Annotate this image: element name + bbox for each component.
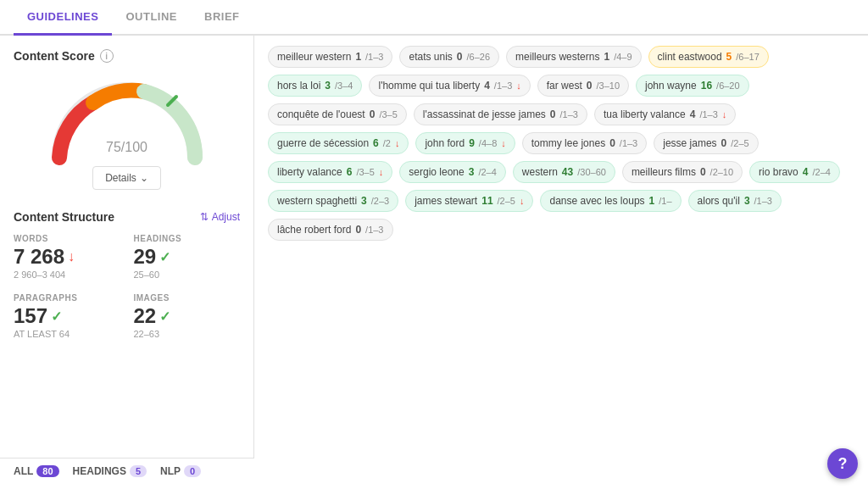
keyword-tag[interactable]: tua liberty valance4/1–3↓ (594, 103, 736, 125)
keyword-range: /2–4 (478, 167, 496, 177)
keyword-tag[interactable]: alors qu'il3/1–3 (688, 190, 782, 212)
keyword-text: john wayne (645, 80, 697, 92)
keyword-text: john ford (425, 137, 465, 149)
keyword-text: clint eastwood (658, 51, 722, 63)
keyword-range: /1– (659, 196, 671, 206)
keyword-tag[interactable]: guerre de sécession6/2↓ (268, 132, 409, 154)
keyword-score: 4 (690, 108, 696, 120)
keyword-tag[interactable]: meilleurs films0/2–10 (622, 161, 743, 183)
keyword-range: /3–10 (596, 81, 620, 91)
words-warn-icon: ↓ (68, 249, 75, 264)
left-panel: Content Score i (0, 36, 254, 484)
keyword-score: 1 (355, 51, 361, 63)
filter-headings[interactable]: HEADINGS 5 (73, 465, 147, 477)
gauge-wrapper: 75/100 (42, 73, 212, 166)
keyword-text: hors la loi (277, 80, 320, 92)
keyword-text: tommy lee jones (531, 137, 605, 149)
tab-outline[interactable]: OUTLINE (112, 0, 191, 34)
keyword-text: etats unis (409, 51, 452, 63)
keyword-down-arrow-icon: ↓ (379, 167, 384, 177)
headings-check-icon: ✓ (159, 249, 170, 265)
adjust-button[interactable]: ⇅ Adjust (200, 211, 240, 223)
keyword-text: meilleurs films (632, 166, 696, 178)
keyword-tag[interactable]: l'homme qui tua liberty4/1–3↓ (369, 75, 530, 97)
keyword-tag[interactable]: western43/30–60 (513, 161, 615, 183)
keyword-tag[interactable]: far west0/3–10 (537, 75, 629, 97)
keyword-tag[interactable]: lâche robert ford0/1–3 (268, 219, 393, 241)
keyword-tag[interactable]: conquête de l'ouest0/3–5 (268, 103, 407, 125)
keyword-score: 43 (562, 166, 573, 178)
keyword-tag[interactable]: john wayne16/6–20 (636, 75, 749, 97)
gauge-container: 75/100 Details ⌄ (14, 73, 240, 203)
keyword-score: 0 (550, 108, 556, 120)
keyword-range: /1–3 (365, 225, 383, 235)
keyword-tag[interactable]: james stewart11/2–5↓ (405, 190, 533, 212)
details-button[interactable]: Details ⌄ (92, 166, 161, 190)
all-count: 80 (36, 465, 58, 477)
keyword-text: l'assassinat de jesse james (423, 108, 546, 120)
metric-words: WORDS 7 268 ↓ 2 960–3 404 (14, 234, 120, 280)
keyword-range: /1–3 (620, 138, 637, 148)
keyword-text: sergio leone (409, 166, 464, 178)
keyword-text: jesse james (663, 137, 716, 149)
words-label: WORDS (14, 234, 120, 243)
sliders-icon: ⇅ (200, 211, 209, 223)
images-range: 22–63 (134, 329, 241, 339)
keyword-range: /2 (383, 138, 391, 148)
main-content: Content Score i (0, 36, 868, 484)
keyword-down-arrow-icon: ↓ (520, 196, 525, 206)
filter-nlp[interactable]: NLP 0 (160, 465, 201, 477)
top-tab-bar: GUIDELINES OUTLINE BRIEF (0, 0, 868, 36)
tab-guidelines[interactable]: GUIDELINES (14, 0, 112, 36)
words-value: 7 268 ↓ (14, 245, 120, 269)
gauge-score: 75/100 (106, 124, 147, 159)
keyword-tag[interactable]: etats unis0/6–26 (399, 46, 499, 68)
keyword-tag[interactable]: meilleurs westerns1/4–9 (506, 46, 641, 68)
keyword-score: 0 (609, 137, 615, 149)
keyword-score: 11 (481, 195, 492, 207)
help-button[interactable]: ? (827, 448, 858, 479)
paragraphs-check-icon: ✓ (51, 308, 62, 325)
keyword-tag[interactable]: sergio leone3/2–4 (399, 161, 506, 183)
keyword-range: /4–8 (479, 138, 497, 148)
keyword-range: /1–3 (754, 196, 772, 206)
keyword-tag[interactable]: liberty valance6/3–5↓ (268, 161, 392, 183)
keyword-range: /6–17 (736, 52, 760, 62)
keyword-tag[interactable]: hors la loi3/3–4 (268, 75, 362, 97)
keyword-text: western spaghetti (277, 195, 357, 207)
keyword-score: 0 (457, 51, 463, 63)
keyword-range: /2–5 (731, 138, 748, 148)
keyword-tag[interactable]: rio bravo4/2–4 (749, 161, 840, 183)
keyword-text: western (522, 166, 558, 178)
keyword-tag[interactable]: clint eastwood5/6–17 (648, 46, 769, 68)
content-structure-title: Content Structure (14, 210, 114, 224)
keyword-tag[interactable]: meilleur western1/1–3 (268, 46, 392, 68)
keyword-tag[interactable]: tommy lee jones0/1–3 (522, 132, 647, 154)
keyword-down-arrow-icon: ↓ (395, 138, 400, 148)
headings-count: 5 (130, 465, 147, 477)
keyword-score: 0 (721, 137, 727, 149)
filter-all[interactable]: ALL 80 (14, 465, 59, 477)
keyword-tag[interactable]: jesse james0/2–5 (654, 132, 758, 154)
keyword-text: conquête de l'ouest (277, 108, 365, 120)
content-score-title: Content Score i (14, 49, 240, 63)
keyword-range: /2–4 (812, 167, 830, 177)
keyword-tag[interactable]: john ford9/4–8↓ (415, 132, 515, 154)
keyword-range: /2–10 (710, 167, 734, 177)
keyword-text: far west (547, 80, 582, 92)
keyword-text: tua liberty valance (604, 108, 686, 120)
keyword-text: rio bravo (759, 166, 798, 178)
paragraphs-range: AT LEAST 64 (14, 329, 120, 339)
keywords-panel: meilleur western1/1–3etats unis0/6–26mei… (254, 36, 868, 484)
keyword-range: /1–3 (699, 109, 717, 119)
keyword-range: /2–3 (371, 196, 389, 206)
keyword-tag[interactable]: western spaghetti3/2–3 (268, 190, 398, 212)
keyword-range: /1–3 (560, 109, 578, 119)
keyword-text: danse avec les loups (549, 195, 644, 207)
keyword-range: /3–5 (356, 167, 374, 177)
keyword-text: meilleurs westerns (515, 51, 599, 63)
keyword-tag[interactable]: danse avec les loups1/1– (540, 190, 681, 212)
info-icon[interactable]: i (100, 49, 114, 63)
keyword-tag[interactable]: l'assassinat de jesse james0/1–3 (414, 103, 587, 125)
tab-brief[interactable]: BRIEF (191, 0, 253, 34)
